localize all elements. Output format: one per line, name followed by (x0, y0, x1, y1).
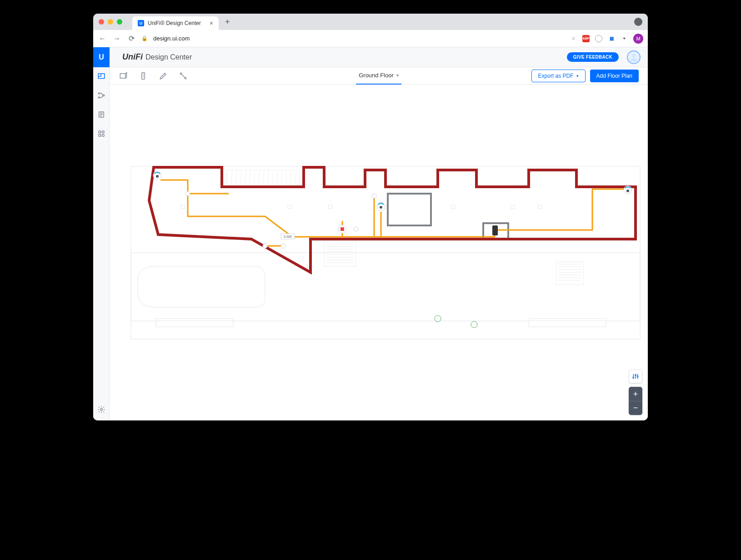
svg-rect-18 (529, 319, 606, 327)
svg-rect-25 (451, 205, 455, 209)
fp-room-walls (388, 194, 508, 239)
incognito-icon (634, 18, 642, 26)
svg-rect-7 (102, 131, 104, 133)
extension-tray: ☆ ABP ▦ ✦ M (570, 34, 643, 44)
svg-rect-30 (226, 170, 299, 187)
floor-selector[interactable]: Ground Floor ▾ (356, 67, 401, 85)
new-tab-button[interactable]: + (225, 18, 230, 26)
main-panel: Ground Floor ▾ Export as PDF ▾ Add Floor… (110, 67, 648, 420)
chevron-down-icon: ▾ (396, 73, 399, 78)
floorplan-canvas[interactable]: 0.000 + − (110, 85, 648, 420)
browser-tab[interactable]: U UniFi® Design Center × (132, 16, 219, 30)
svg-point-34 (156, 175, 159, 178)
svg-rect-17 (156, 319, 233, 327)
profile-avatar[interactable]: M (633, 34, 643, 44)
rack-device-icon[interactable] (492, 225, 498, 235)
nav-settings-icon[interactable] (97, 405, 106, 414)
reload-icon[interactable]: ⟳ (127, 34, 136, 43)
nav-topology-icon[interactable] (97, 91, 106, 100)
svg-rect-12 (142, 72, 145, 79)
svg-rect-16 (131, 253, 640, 321)
user-icon (629, 52, 639, 62)
add-floor-plan-button[interactable]: Add Floor Plan (590, 70, 639, 82)
svg-point-36 (380, 206, 382, 209)
give-feedback-button[interactable]: GIVE FEEDBACK (567, 52, 619, 62)
cable-runs (160, 180, 626, 246)
svg-rect-40 (340, 227, 344, 231)
url-text[interactable]: design.ui.com (153, 35, 190, 42)
zoom-out-button[interactable]: − (629, 401, 642, 415)
lock-icon: 🔒 (141, 35, 148, 41)
bookmark-star-icon[interactable]: ☆ (570, 35, 577, 42)
zoom-in-button[interactable]: + (629, 387, 642, 401)
svg-point-29 (471, 321, 477, 328)
left-nav (93, 67, 110, 420)
switch-device-icon[interactable] (338, 225, 346, 233)
layers-settings-button[interactable] (629, 370, 642, 383)
toolbar: Ground Floor ▾ Export as PDF ▾ Add Floor… (110, 67, 648, 85)
forward-icon[interactable]: → (112, 35, 121, 43)
svg-point-44 (372, 194, 376, 198)
tool-cable-icon[interactable] (179, 71, 188, 80)
extension-icon[interactable] (595, 35, 602, 42)
browser-tabstrip: U UniFi® Design Center × + (93, 14, 648, 30)
extensions-puzzle-icon[interactable]: ✦ (621, 35, 628, 42)
svg-rect-31 (388, 194, 431, 225)
floorplan-drawing: 0.000 (128, 162, 643, 344)
nav-list-icon[interactable] (97, 110, 106, 119)
tab-favicon: U (138, 20, 144, 26)
camera-device-icon[interactable] (153, 171, 161, 180)
dimension-label: 0.000 (281, 234, 295, 239)
unifi-logo[interactable]: U (93, 47, 110, 67)
svg-rect-6 (99, 131, 101, 133)
window-minimize-dot[interactable] (108, 19, 113, 25)
svg-rect-20 (556, 262, 583, 285)
svg-rect-8 (99, 135, 101, 137)
camera-device-icon[interactable] (377, 202, 385, 210)
tab-title: UniFi® Design Center (148, 20, 201, 26)
svg-rect-26 (511, 205, 514, 209)
window-close-dot[interactable] (99, 19, 104, 25)
svg-point-14 (185, 77, 186, 79)
canvas-overlay-controls: + − (629, 370, 642, 415)
brand-title: UniFi Design Center (122, 52, 192, 62)
window-fullscreen-dot[interactable] (117, 19, 122, 25)
browser-window: U UniFi® Design Center × + ← → ⟳ 🔒 desig… (93, 14, 648, 420)
svg-point-13 (180, 73, 181, 74)
tool-coverage-icon[interactable] (119, 71, 128, 80)
svg-point-38 (626, 190, 629, 192)
browser-urlbar: ← → ⟳ 🔒 design.ui.com ☆ ABP ▦ ✦ M (93, 30, 648, 47)
svg-point-46 (281, 244, 285, 248)
tool-device-icon[interactable] (139, 71, 148, 80)
boundary-walls (149, 167, 636, 272)
svg-rect-21 (181, 205, 185, 209)
extension-icon[interactable]: ▦ (608, 35, 615, 42)
svg-point-50 (635, 375, 636, 376)
app-body: Ground Floor ▾ Export as PDF ▾ Add Floor… (93, 67, 648, 420)
app-header: U UniFi Design Center GIVE FEEDBACK (93, 47, 648, 67)
svg-rect-9 (102, 135, 104, 137)
adblock-icon[interactable]: ABP (582, 35, 590, 42)
svg-point-2 (98, 93, 100, 94)
camera-device-icon[interactable] (624, 186, 632, 194)
zoom-control: + − (629, 387, 642, 415)
svg-text:0.000: 0.000 (284, 235, 292, 238)
svg-point-43 (263, 244, 267, 248)
back-icon[interactable]: ← (98, 35, 107, 43)
nav-floorplan-icon[interactable] (97, 72, 106, 81)
svg-rect-41 (492, 225, 498, 235)
floor-label: Ground Floor (359, 72, 394, 79)
svg-point-42 (185, 191, 190, 196)
svg-point-51 (637, 376, 638, 377)
tab-close-icon[interactable]: × (210, 20, 213, 27)
user-avatar[interactable] (627, 50, 641, 64)
sliders-icon (632, 373, 639, 380)
tool-draw-icon[interactable] (159, 71, 168, 80)
floorplan-svg: 0.000 (128, 162, 643, 344)
export-pdf-button[interactable]: Export as PDF ▾ (531, 70, 586, 82)
chevron-down-icon: ▾ (576, 74, 579, 78)
nav-apps-icon[interactable] (97, 129, 106, 138)
svg-point-45 (354, 227, 358, 231)
svg-point-0 (632, 54, 635, 57)
fp-background-lines (131, 166, 640, 339)
